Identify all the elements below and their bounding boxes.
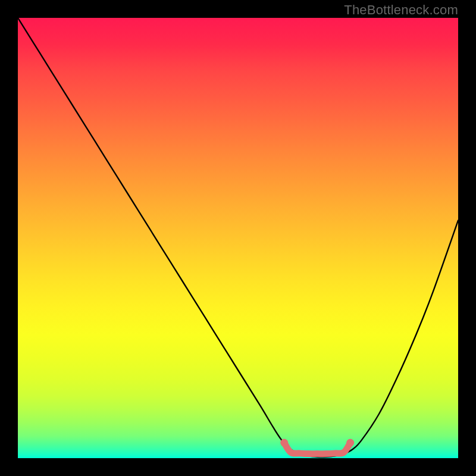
- curve-svg: [18, 18, 458, 458]
- highlight-band-path: [284, 443, 350, 454]
- bottleneck-curve-path: [18, 18, 458, 457]
- watermark-text: TheBottleneck.com: [344, 2, 458, 18]
- highlight-band-caps: [280, 439, 354, 447]
- highlight-band-cap: [280, 439, 288, 447]
- highlight-band-cap: [346, 439, 354, 447]
- plot-area: [18, 18, 458, 458]
- chart-container: TheBottleneck.com: [0, 0, 476, 476]
